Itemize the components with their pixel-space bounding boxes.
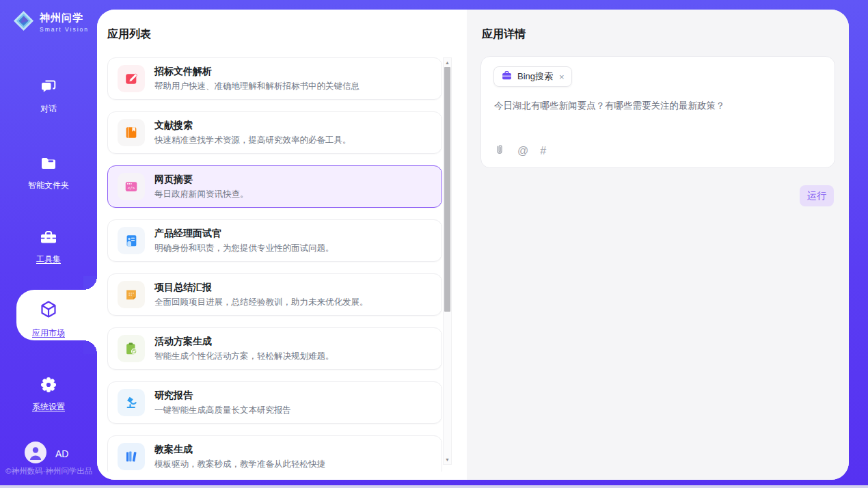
app-description: 帮助用户快速、准确地理解和解析招标书中的关键信息 bbox=[154, 81, 360, 92]
app-description: 每日政府新闻资讯快查。 bbox=[154, 189, 249, 200]
folder-icon bbox=[40, 154, 57, 175]
book-icon bbox=[118, 119, 145, 146]
webpage-code-icon: </> bbox=[118, 173, 145, 200]
app-description: 一键智能生成高质量长文本研究报告 bbox=[154, 405, 291, 416]
app-name: 招标文件解析 bbox=[154, 66, 360, 78]
sidebar-item-label: 对话 bbox=[40, 103, 57, 115]
active-nav-fillet-bottom bbox=[83, 340, 97, 354]
active-nav-fillet-top bbox=[83, 276, 97, 290]
query-card: Bing搜索 × 今日湖北有哪些新闻要点？有哪些需要关注的最新政策？ @# bbox=[480, 56, 835, 168]
app-card[interactable]: 项目总结汇报全面回顾项目进展，总结经验教训，助力未来优化发展。 bbox=[107, 273, 442, 316]
svg-text:</>: </> bbox=[128, 185, 135, 190]
app-card[interactable]: 研究报告一键智能生成高质量长文本研究报告 bbox=[107, 381, 442, 424]
app-name: 文献搜索 bbox=[154, 120, 351, 132]
at-icon[interactable]: @ bbox=[517, 146, 528, 157]
app-list: 招标文件解析帮助用户快速、准确地理解和解析招标书中的关键信息文献搜索快速精准查找… bbox=[107, 57, 442, 472]
app-list-panel: 应用列表 招标文件解析帮助用户快速、准确地理解和解析招标书中的关键信息文献搜索快… bbox=[97, 10, 467, 480]
tool-tag-bing-search[interactable]: Bing搜索 × bbox=[493, 66, 572, 87]
interview-doc-icon bbox=[118, 227, 145, 254]
chat-icon bbox=[40, 78, 57, 98]
close-icon[interactable]: × bbox=[559, 72, 565, 81]
memo-pen-icon bbox=[118, 65, 145, 92]
sidebar: 神州问学 Smart Vision 对话智能文件夹工具集应用市场系统设置 AD … bbox=[0, 0, 97, 488]
app-card[interactable]: 产品经理面试官明确身份和职责，为您提供专业性的面试问题。 bbox=[107, 219, 442, 262]
sidebar-item-label: 应用市场 bbox=[32, 327, 65, 339]
app-name: 项目总结汇报 bbox=[154, 282, 368, 294]
sidebar-item-chat[interactable]: 对话 bbox=[0, 74, 97, 119]
app-card[interactable]: 招标文件解析帮助用户快速、准确地理解和解析招标书中的关键信息 bbox=[107, 57, 442, 100]
app-card[interactable]: 活动方案生成智能生成个性化活动方案，轻松解决规划难题。 bbox=[107, 327, 442, 370]
app-list-title: 应用列表 bbox=[107, 27, 151, 42]
app-detail-panel: 应用详情 Bing搜索 × 今日湖北有哪些新闻要点？有哪些需要关注的最新政策？ … bbox=[467, 10, 849, 480]
sidebar-item-cube[interactable]: 应用市场 bbox=[0, 297, 97, 342]
sidebar-item-label: 系统设置 bbox=[32, 401, 65, 413]
sidebar-item-label: 智能文件夹 bbox=[28, 180, 69, 191]
user-account[interactable]: AD bbox=[25, 442, 68, 466]
scrollbar-down-arrow-icon[interactable]: ▼ bbox=[444, 455, 451, 464]
gear-icon bbox=[40, 376, 57, 396]
bottom-edge-strip bbox=[0, 485, 868, 488]
app-name: 产品经理面试官 bbox=[154, 228, 334, 240]
sidebar-item-toolbox[interactable]: 工具集 bbox=[0, 224, 97, 269]
copyright-text: ©神州数码·神州问学出品 bbox=[5, 466, 103, 476]
diamond-logo-icon bbox=[12, 10, 35, 35]
sidebar-item-label: 工具集 bbox=[36, 254, 61, 265]
briefcase-icon bbox=[501, 70, 513, 84]
toolbox-icon bbox=[39, 228, 58, 249]
scrollbar-thumb[interactable] bbox=[444, 67, 450, 312]
app-description: 快速精准查找学术资源，提高研究效率的必备工具。 bbox=[154, 135, 351, 146]
app-description: 明确身份和职责，为您提供专业性的面试问题。 bbox=[154, 243, 334, 254]
app-list-scrollbar[interactable]: ▲ ▼ bbox=[443, 57, 452, 465]
books-icon bbox=[118, 443, 145, 470]
cube-icon bbox=[38, 299, 59, 323]
input-toolbar: @# bbox=[493, 144, 546, 159]
clipboard-check-icon bbox=[118, 335, 145, 362]
app-card[interactable]: </>网页摘要每日政府新闻资讯快查。 bbox=[107, 165, 442, 208]
app-name: 研究报告 bbox=[154, 390, 291, 402]
app-description: 模板驱动，教案秒成，教学准备从此轻松快捷 bbox=[154, 459, 325, 470]
app-name: 网页摘要 bbox=[154, 174, 249, 186]
microscope-icon bbox=[118, 389, 145, 416]
hash-icon[interactable]: # bbox=[540, 146, 546, 157]
avatar bbox=[25, 442, 46, 466]
main-content: 应用列表 招标文件解析帮助用户快速、准确地理解和解析招标书中的关键信息文献搜索快… bbox=[97, 10, 849, 480]
app-name: 活动方案生成 bbox=[154, 336, 334, 348]
brand-logo: 神州问学 Smart Vision bbox=[12, 10, 89, 35]
app-description: 全面回顾项目进展，总结经验教训，助力未来优化发展。 bbox=[154, 297, 368, 308]
app-name: 教案生成 bbox=[154, 444, 325, 456]
app-card[interactable]: 教案生成模板驱动，教案秒成，教学准备从此轻松快捷 bbox=[107, 435, 442, 472]
app-detail-title: 应用详情 bbox=[482, 27, 526, 42]
app-description: 智能生成个性化活动方案，轻松解决规划难题。 bbox=[154, 351, 334, 362]
brand-subtitle: Smart Vision bbox=[40, 26, 89, 33]
paperclip-icon[interactable] bbox=[493, 144, 506, 159]
run-button[interactable]: 运行 bbox=[800, 185, 834, 206]
query-text-input[interactable]: 今日湖北有哪些新闻要点？有哪些需要关注的最新政策？ bbox=[494, 99, 824, 113]
sticky-note-icon bbox=[118, 281, 145, 308]
user-label: AD bbox=[55, 448, 68, 459]
tool-tag-label: Bing搜索 bbox=[517, 70, 553, 83]
sidebar-item-gear[interactable]: 系统设置 bbox=[0, 372, 97, 417]
sidebar-item-folder[interactable]: 智能文件夹 bbox=[0, 150, 97, 195]
brand-name: 神州问学 bbox=[40, 12, 89, 25]
scrollbar-up-arrow-icon[interactable]: ▲ bbox=[444, 58, 451, 67]
app-card[interactable]: 文献搜索快速精准查找学术资源，提高研究效率的必备工具。 bbox=[107, 111, 442, 154]
